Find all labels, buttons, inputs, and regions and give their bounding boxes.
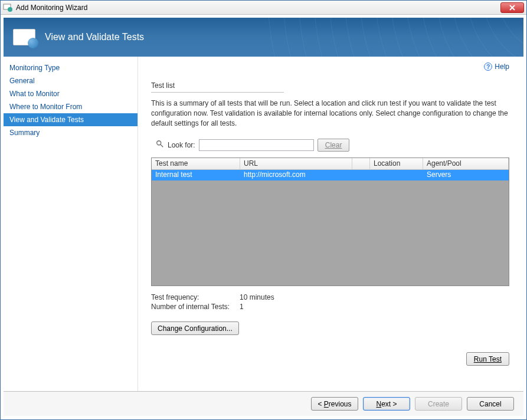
magnifier-icon xyxy=(156,140,164,150)
create-button: Create xyxy=(415,397,462,411)
test-table: Test name URL Location Agent/Pool Intern… xyxy=(151,158,509,286)
sidebar-item-where-to-monitor[interactable]: Where to Monitor From xyxy=(4,100,138,113)
freq-row: Test frequency: 10 minutes xyxy=(151,293,509,301)
banner-icon xyxy=(13,29,35,45)
clear-button[interactable]: Clear xyxy=(317,139,350,152)
close-button[interactable] xyxy=(500,2,524,13)
sidebar-item-summary[interactable]: Summary xyxy=(4,126,138,139)
search-row: Look for: Clear xyxy=(151,139,509,152)
cell-extra xyxy=(352,170,370,181)
wizard-window: Add Monitoring Wizard View and Validate … xyxy=(0,0,527,420)
run-test-button[interactable]: Run Test xyxy=(466,352,509,366)
svg-point-2 xyxy=(157,141,161,145)
help-label: Help xyxy=(495,63,509,71)
count-value: 1 xyxy=(240,303,244,311)
search-label: Look for: xyxy=(168,141,195,149)
freq-label: Test frequency: xyxy=(151,293,240,301)
sidebar-item-view-validate[interactable]: View and Validate Tests xyxy=(4,113,138,126)
svg-line-3 xyxy=(161,145,163,147)
count-label: Number of internal Tests: xyxy=(151,303,240,311)
banner-title: View and Validate Tests xyxy=(45,32,144,42)
cell-url: http://microsoft.com xyxy=(240,170,352,181)
sidebar-item-general[interactable]: General xyxy=(4,74,138,87)
svg-point-1 xyxy=(8,7,12,12)
help-link[interactable]: ? Help xyxy=(484,63,509,71)
col-blank[interactable] xyxy=(352,158,370,169)
titlebar: Add Monitoring Wizard xyxy=(1,1,526,15)
header-banner: View and Validate Tests xyxy=(4,18,523,57)
col-url[interactable]: URL xyxy=(240,158,352,169)
cell-location xyxy=(370,170,423,181)
table-header: Test name URL Location Agent/Pool xyxy=(152,158,509,170)
next-button[interactable]: Next > xyxy=(363,397,410,411)
section-title: Test list xyxy=(151,81,509,90)
app-icon xyxy=(3,3,12,12)
body-area: Monitoring Type General What to Monitor … xyxy=(4,57,523,391)
footer: < Previous Next > Create Cancel xyxy=(4,391,523,416)
window-title: Add Monitoring Wizard xyxy=(16,4,500,12)
previous-button[interactable]: < Previous xyxy=(311,397,358,411)
col-location[interactable]: Location xyxy=(370,158,423,169)
content-area: ? Help Test list This is a summary of al… xyxy=(138,57,523,391)
sidebar: Monitoring Type General What to Monitor … xyxy=(4,57,138,391)
freq-value: 10 minutes xyxy=(240,293,274,301)
help-icon: ? xyxy=(484,63,492,71)
col-test-name[interactable]: Test name xyxy=(152,158,240,169)
cell-agent: Servers xyxy=(423,170,509,181)
search-input[interactable] xyxy=(199,139,314,151)
sidebar-item-monitoring-type[interactable]: Monitoring Type xyxy=(4,61,138,74)
change-config-button[interactable]: Change Configuration... xyxy=(151,321,239,335)
section-divider xyxy=(151,92,284,93)
sidebar-item-what-to-monitor[interactable]: What to Monitor xyxy=(4,87,138,100)
cancel-button[interactable]: Cancel xyxy=(467,397,514,411)
cell-test-name: Internal test xyxy=(152,170,240,181)
description-text: This is a summary of all tests that will… xyxy=(151,99,509,128)
col-agent[interactable]: Agent/Pool xyxy=(423,158,509,169)
table-row[interactable]: Internal test http://microsoft.com Serve… xyxy=(152,170,509,181)
count-row: Number of internal Tests: 1 xyxy=(151,303,509,311)
